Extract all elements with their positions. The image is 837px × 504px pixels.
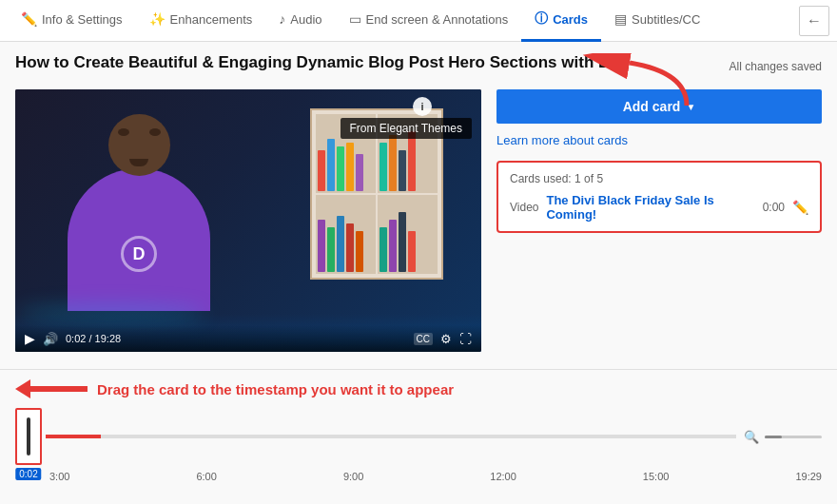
card-edit-button[interactable]: ✏️: [792, 200, 808, 215]
current-time: 0:02: [66, 333, 86, 344]
total-time: 19:28: [95, 333, 122, 344]
timeline-labels: 3:00 6:00 9:00 12:00 15:00 19:29: [15, 471, 822, 482]
card-title: The Divi Black Friday Sale Is Coming!: [546, 193, 754, 222]
content-area: D i From Elegant Themes ▶: [15, 89, 822, 352]
card-type: Video: [510, 201, 538, 214]
tab-audio-label: Audio: [290, 12, 321, 27]
video-controls: ▶ 🔊 0:02 / 19:28 CC ⚙ ⛶: [15, 325, 481, 352]
audio-icon: ♪: [279, 11, 285, 27]
timeline-thumb[interactable]: 0:02: [15, 408, 42, 465]
add-card-label: Add card: [623, 99, 681, 114]
timeline-label-4: 12:00: [490, 471, 516, 482]
tab-audio[interactable]: ♪ Audio: [265, 0, 335, 42]
video-frame[interactable]: D i From Elegant Themes ▶: [15, 89, 481, 352]
tab-cards-label: Cards: [553, 12, 588, 27]
right-panel: Add card ▼ Learn more about cards Cards …: [496, 89, 822, 352]
add-card-button[interactable]: Add card ▼: [496, 89, 822, 124]
timeline-label-6: 19:29: [795, 471, 822, 482]
back-button[interactable]: ←: [799, 6, 829, 36]
drag-instruction-row: Drag the card to the timestamp you want …: [15, 376, 822, 402]
tab-subtitles-label: Subtitles/CC: [632, 12, 700, 27]
learn-more-text: Learn more about cards: [496, 133, 628, 147]
tab-endscreen[interactable]: ▭ End screen & Annotations: [336, 0, 522, 42]
video-info-button[interactable]: i: [413, 97, 432, 116]
cards-icon: ⓘ: [535, 10, 548, 28]
person-in-video: D: [44, 114, 234, 323]
timeline-section: Drag the card to the timestamp you want …: [0, 369, 837, 490]
learn-more-link[interactable]: Learn more about cards: [496, 133, 628, 147]
subtitles-icon: ▤: [614, 11, 627, 27]
volume-icon[interactable]: 🔊: [43, 332, 58, 346]
card-time: 0:00: [763, 201, 785, 214]
arrow-shaft: [30, 386, 88, 392]
tab-subtitles[interactable]: ▤ Subtitles/CC: [601, 0, 713, 42]
thumb-bar: [27, 417, 30, 456]
main-content: How to Create Beautiful & Engaging Dynam…: [0, 42, 837, 359]
settings-button[interactable]: ⚙: [440, 332, 452, 346]
timeline-label-2: 6:00: [196, 471, 216, 482]
tab-info-settings-label: Info & Settings: [42, 12, 123, 27]
edit-icon: ✏️: [792, 200, 808, 215]
page-title: How to Create Beautiful & Engaging Dynam…: [15, 53, 628, 72]
dropdown-arrow-icon: ▼: [686, 102, 695, 112]
tab-info-settings[interactable]: ✏️ Info & Settings: [8, 0, 136, 42]
pencil-icon: ✏️: [21, 11, 37, 27]
time-display: 0:02 / 19:28: [66, 333, 121, 344]
left-arrow: [15, 379, 88, 398]
zoom-icon[interactable]: 🔍: [744, 430, 759, 444]
cards-used-box: Cards used: 1 of 5 Video The Divi Black …: [496, 161, 822, 233]
from-tooltip-text: From Elegant Themes: [350, 122, 463, 135]
top-navigation: ✏️ Info & Settings ✨ Enhancements ♪ Audi…: [0, 0, 837, 42]
thumb-time: 0:02: [15, 468, 41, 480]
enhancements-icon: ✨: [149, 11, 165, 27]
timeline-label-5: 15:00: [643, 471, 670, 482]
title-row: How to Create Beautiful & Engaging Dynam…: [15, 53, 822, 80]
tab-endscreen-label: End screen & Annotations: [366, 12, 509, 27]
endscreen-icon: ▭: [349, 11, 361, 27]
back-icon: ←: [807, 12, 822, 29]
timeline-track[interactable]: [46, 435, 736, 438]
info-icon: i: [420, 101, 423, 112]
tab-enhancements[interactable]: ✨ Enhancements: [136, 0, 266, 42]
zoom-slider[interactable]: [765, 436, 822, 438]
timeline-progress: [46, 435, 101, 438]
play-button[interactable]: ▶: [25, 331, 35, 346]
fullscreen-button[interactable]: ⛶: [459, 332, 472, 346]
closed-captions-button[interactable]: CC: [414, 333, 433, 345]
card-item: Video The Divi Black Friday Sale Is Comi…: [510, 193, 808, 222]
timeline-bar[interactable]: 0:02 🔍: [15, 408, 822, 465]
arrow-head: [15, 379, 30, 398]
tab-enhancements-label: Enhancements: [170, 12, 253, 27]
timeline-label-3: 9:00: [343, 471, 363, 482]
timeline-label-1: 3:00: [49, 471, 69, 482]
video-container: D i From Elegant Themes ▶: [15, 89, 481, 352]
tab-cards[interactable]: ⓘ Cards: [521, 0, 601, 42]
cards-used-label: Cards used: 1 of 5: [510, 172, 808, 185]
save-status: All changes saved: [730, 60, 822, 73]
drag-instruction-text: Drag the card to the timestamp you want …: [97, 381, 454, 397]
from-tooltip: From Elegant Themes: [341, 118, 473, 139]
